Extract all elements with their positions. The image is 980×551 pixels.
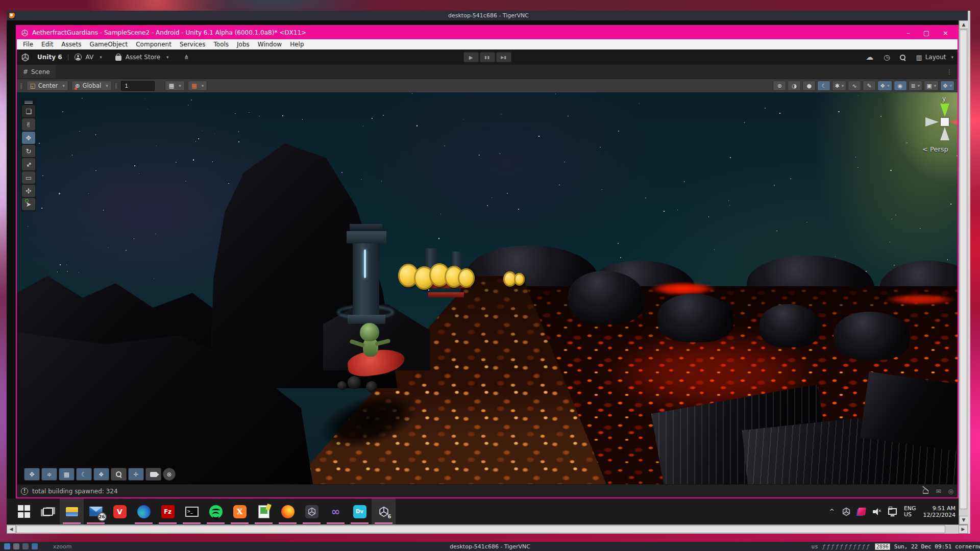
menu-item-gameobject[interactable]: GameObject — [85, 41, 132, 48]
properties-overlay-icon[interactable]: ≑ — [41, 468, 57, 481]
task-view-button[interactable] — [36, 498, 60, 524]
grid-snap-button[interactable]: ▦ ▾ — [188, 81, 207, 91]
vnc-vertical-scrollbar[interactable]: ▲ ▼ — [959, 20, 968, 524]
overlay-drag-handle[interactable] — [22, 100, 35, 104]
custom-tool[interactable]: ➤ — [22, 198, 35, 210]
zoom-overlay-icon[interactable] — [111, 468, 127, 481]
draw-mode-icon[interactable]: ⊕ — [773, 81, 786, 91]
notifications-muted-icon[interactable] — [923, 489, 928, 494]
wm-icon-3[interactable] — [22, 543, 29, 549]
menu-item-services[interactable]: Services — [176, 41, 210, 48]
wm-icon-2[interactable] — [13, 543, 19, 549]
view-cube-tool[interactable]: ❏ — [22, 105, 35, 117]
network-icon[interactable] — [888, 508, 897, 515]
neg-y-axis-cone[interactable] — [940, 127, 949, 140]
vnc-horizontal-scrollbar[interactable]: ◀ ▶ — [7, 524, 968, 534]
move-tool[interactable]: ✥ — [22, 132, 35, 144]
menu-item-window[interactable]: Window — [254, 41, 286, 48]
tab-options-icon[interactable]: ⋮ — [946, 68, 958, 76]
status-message[interactable]: total building spawned: 324 — [32, 488, 118, 495]
scroll-left-icon[interactable]: ◀ — [7, 525, 16, 534]
gizmos-icon[interactable]: ✥▾ — [940, 81, 954, 91]
account-dropdown[interactable]: AV — [86, 54, 94, 61]
debug-mode-icon[interactable]: ◑ — [788, 81, 801, 91]
unity-hub[interactable] — [300, 498, 324, 524]
scroll-up-icon[interactable]: ▲ — [959, 20, 968, 29]
command-prompt[interactable]: >_ — [180, 498, 204, 524]
layout-dropdown[interactable]: Layout — [925, 54, 946, 61]
menu-item-file[interactable]: File — [19, 41, 37, 48]
firefox[interactable] — [276, 498, 300, 524]
plastic-scm-icon[interactable]: ⋔ — [184, 54, 189, 61]
neg-x-axis-cone[interactable] — [925, 117, 939, 127]
close-button[interactable]: × — [943, 29, 948, 37]
search-icon[interactable] — [900, 55, 905, 60]
hand-tool[interactable]: ✌ — [22, 118, 35, 131]
move-overlay-icon[interactable]: ✥ — [24, 468, 40, 481]
wm-window-title[interactable]: desktop-541c686 - TigerVNC — [450, 543, 530, 550]
vivaldi-browser[interactable]: V — [108, 498, 132, 524]
grid-axis-button[interactable]: ▦ ▾ — [165, 81, 184, 91]
layers-highlight-icon[interactable]: ❖▾ — [877, 81, 892, 91]
visual-studio[interactable]: ∞ — [324, 498, 348, 524]
x-axis-cone[interactable] — [950, 117, 958, 127]
vnc-titlebar[interactable]: desktop-541c686 - TigerVNC — [7, 11, 970, 20]
dv-app[interactable]: Dv — [348, 498, 372, 524]
rotate-tool[interactable]: ↻ — [22, 145, 35, 157]
menu-item-assets[interactable]: Assets — [57, 41, 85, 48]
asset-store-dropdown[interactable]: Asset Store — [126, 54, 160, 61]
pause-button[interactable]: ▮▮ — [480, 52, 495, 62]
y-axis-cone[interactable] — [940, 104, 949, 117]
rect-tool[interactable]: ▭ — [22, 171, 35, 184]
layers-icon[interactable]: ≣▾ — [909, 81, 923, 91]
cloud-icon[interactable]: ☁ — [866, 53, 873, 62]
undo-history-icon[interactable]: ◷ — [884, 53, 890, 61]
mail-app[interactable]: 26 — [84, 498, 108, 524]
menu-item-jobs[interactable]: Jobs — [233, 41, 254, 48]
clock[interactable]: 9:51 AM 12/22/2024 — [923, 505, 955, 518]
scroll-down-icon[interactable]: ▼ — [959, 516, 968, 524]
wm-icon-1[interactable] — [4, 543, 10, 549]
unity-editor[interactable]: 6 — [372, 498, 396, 524]
move-plus-overlay-icon[interactable]: ✛ — [128, 468, 144, 481]
menu-item-edit[interactable]: Edit — [37, 41, 57, 48]
step-button[interactable]: ▶▮ — [496, 52, 511, 62]
cloud-message-icon[interactable]: ✉ — [936, 488, 941, 495]
tray-app-icon[interactable] — [857, 508, 866, 515]
vertical-scroll-thumb[interactable] — [960, 30, 967, 509]
wm-app-label[interactable]: xzoom — [53, 543, 71, 550]
transform-tool[interactable]: ✣ — [22, 185, 35, 197]
file-explorer[interactable] — [60, 498, 84, 524]
scale-tool[interactable]: ↔ — [22, 158, 35, 170]
orientation-gizmo[interactable]: y x < Persp — [916, 95, 958, 159]
menu-item-help[interactable]: Help — [286, 41, 308, 48]
horizontal-scroll-thumb[interactable] — [16, 525, 945, 533]
minimize-button[interactable]: – — [906, 29, 910, 37]
edge-browser[interactable] — [132, 498, 156, 524]
gizmo-center-cube[interactable] — [941, 118, 949, 126]
scene-lighting-icon[interactable]: ● — [802, 81, 816, 91]
projection-toggle[interactable]: < Persp — [922, 145, 948, 153]
volume-muted-icon[interactable] — [873, 508, 881, 515]
maximize-button[interactable]: ▢ — [923, 29, 929, 37]
scene-viewport[interactable]: ❏✌✥↻↔▭✣➤ y x < Persp ✥ — [17, 92, 958, 484]
tool-handle-rotation-button[interactable]: ⊕ Global ▾ — [71, 81, 112, 91]
tray-unity-icon[interactable] — [842, 507, 851, 516]
wm-icon-4[interactable] — [32, 543, 38, 549]
spotify[interactable] — [204, 498, 228, 524]
menu-item-tools[interactable]: Tools — [210, 41, 233, 48]
notepad-plus-plus[interactable] — [252, 498, 276, 524]
play-button[interactable]: ▶ — [463, 52, 479, 62]
start-button[interactable] — [12, 498, 36, 524]
console-expand-icon[interactable]: ◎ — [948, 488, 953, 495]
toolbar-drag-handle[interactable]: ∥ — [20, 82, 23, 89]
keyboard-layout[interactable]: us — [812, 543, 818, 550]
scene-visibility-icon[interactable]: ◉ — [894, 81, 907, 91]
xampp[interactable]: X — [228, 498, 252, 524]
scene-moon-icon[interactable]: ☾ — [817, 81, 830, 91]
camera-overlay-icon[interactable] — [145, 468, 161, 481]
grid-size-input[interactable] — [121, 81, 155, 91]
language-indicator[interactable]: ENG US — [904, 506, 916, 518]
tray-chevron-icon[interactable]: ^ — [829, 508, 835, 515]
grid-overlay-icon[interactable]: ▦ — [59, 468, 75, 481]
